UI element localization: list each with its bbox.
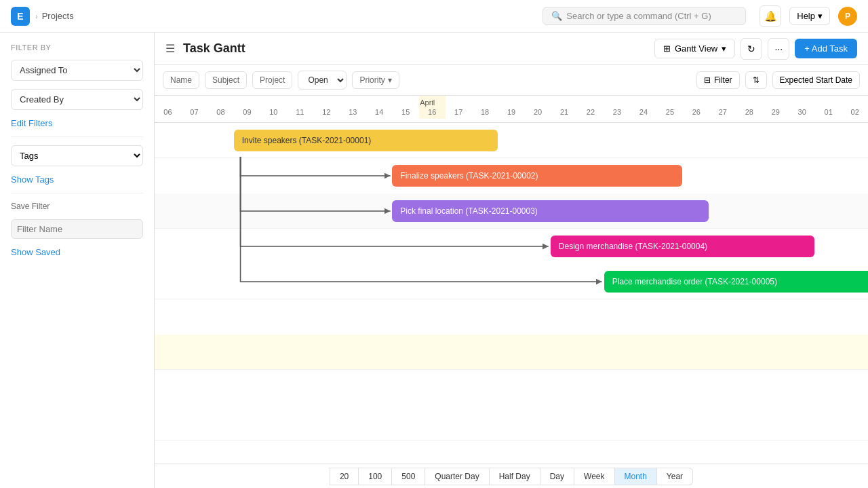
task-bar[interactable]: Finalize speakers (TASK-2021-00002) bbox=[392, 165, 682, 187]
filter-icon: ⊟ bbox=[704, 75, 711, 85]
add-task-button[interactable]: + Add Task bbox=[795, 39, 857, 58]
task-bar[interactable]: Invite speakers (TASK-2021-00001) bbox=[234, 130, 498, 151]
breadcrumb: › Projects bbox=[35, 11, 74, 21]
gantt-day: 30 bbox=[789, 96, 815, 119]
gantt-day: 10 bbox=[260, 96, 287, 119]
gantt-timeline-header: April 0607080910111213141516171819202122… bbox=[155, 96, 868, 123]
expected-start-date-button[interactable]: Expected Start Date bbox=[772, 71, 860, 89]
gantt-container: Name Subject Project Open Priority ▾ bbox=[155, 65, 868, 488]
gantt-rows-container: Invite speakers (TASK-2021-00001)Finaliz… bbox=[155, 123, 868, 464]
topnav: E › Projects 🔍 Search or type a command … bbox=[0, 0, 868, 33]
more-options-button[interactable]: ··· bbox=[768, 38, 789, 60]
help-label: Help bbox=[797, 11, 815, 21]
breadcrumb-chevron: › bbox=[35, 12, 38, 20]
filter-name-input[interactable] bbox=[11, 219, 143, 239]
zoom-button[interactable]: 500 bbox=[392, 468, 425, 485]
created-by-select[interactable]: Created By bbox=[11, 89, 143, 110]
gantt-day: 27 bbox=[709, 96, 736, 119]
subject-field[interactable]: Subject bbox=[205, 71, 247, 89]
sidebar-divider-2 bbox=[11, 193, 143, 193]
zoom-button[interactable]: 20 bbox=[330, 468, 359, 485]
zoom-button[interactable]: 100 bbox=[359, 468, 392, 485]
month-label: April bbox=[420, 98, 435, 107]
sidebar-divider-1 bbox=[11, 136, 143, 137]
topnav-right: 🔔 Help ▾ P bbox=[760, 5, 857, 27]
help-button[interactable]: Help ▾ bbox=[789, 7, 830, 25]
status-select[interactable]: Open bbox=[298, 71, 347, 90]
gantt-bottom-toolbar: 20100500Quarter DayHalf DayDayWeekMonthY… bbox=[155, 464, 868, 488]
name-field[interactable]: Name bbox=[163, 71, 199, 89]
gantt-day: 02 bbox=[842, 96, 868, 119]
gantt-day: 01 bbox=[815, 96, 842, 119]
task-bar[interactable]: Design merchandise (TASK-2021-00004) bbox=[551, 236, 814, 257]
subject-field-label: Subject bbox=[212, 75, 239, 85]
gantt-day: 12 bbox=[313, 96, 340, 119]
zoom-button[interactable]: Half Day bbox=[490, 468, 540, 485]
gantt-day: 08 bbox=[208, 96, 234, 119]
priority-field-label: Priority bbox=[359, 75, 384, 85]
zoom-button[interactable]: Week bbox=[574, 468, 614, 485]
gantt-day: 20 bbox=[525, 96, 551, 119]
task-bars-container: Invite speakers (TASK-2021-00001)Finaliz… bbox=[155, 123, 868, 464]
page-header-right: ⊞ Gantt View ▾ ↻ ··· + Add Task bbox=[654, 38, 857, 60]
page-header: ☰ Task Gantt ⊞ Gantt View ▾ ↻ ··· + Add … bbox=[155, 33, 868, 65]
gantt-day: 09 bbox=[234, 96, 260, 119]
show-tags-link[interactable]: Show Tags bbox=[11, 174, 143, 185]
app-logo[interactable]: E bbox=[11, 7, 30, 26]
zoom-button[interactable]: Quarter Day bbox=[425, 468, 489, 485]
gantt-view-chevron-icon: ▾ bbox=[722, 43, 726, 54]
zoom-button[interactable]: Month bbox=[615, 468, 657, 485]
name-field-label: Name bbox=[170, 75, 192, 85]
search-icon: 🔍 bbox=[551, 11, 562, 21]
refresh-button[interactable]: ↻ bbox=[741, 38, 762, 60]
bell-icon: 🔔 bbox=[764, 10, 777, 22]
assigned-to-select[interactable]: Assigned To bbox=[11, 60, 143, 81]
gantt-day: 22 bbox=[578, 96, 604, 119]
gantt-toolbar-right: ⊟ Filter ⇅ Expected Start Date bbox=[696, 71, 860, 89]
show-saved-link[interactable]: Show Saved bbox=[11, 247, 143, 257]
hamburger-icon[interactable]: ☰ bbox=[165, 42, 175, 55]
filter-label: Filter bbox=[714, 75, 732, 85]
sort-button[interactable]: ⇅ bbox=[745, 71, 767, 89]
gantt-day: 25 bbox=[656, 96, 683, 119]
zoom-button[interactable]: Day bbox=[540, 468, 574, 485]
page-title: Task Gantt bbox=[183, 41, 245, 56]
gantt-day: 24 bbox=[630, 96, 656, 119]
filter-button[interactable]: ⊟ Filter bbox=[696, 71, 740, 89]
expected-date-label: Expected Start Date bbox=[780, 75, 852, 85]
priority-field[interactable]: Priority ▾ bbox=[352, 71, 399, 89]
gantt-day: 21 bbox=[551, 96, 578, 119]
gantt-day: 07 bbox=[181, 96, 208, 119]
gantt-days: 0607080910111213141516171819202122232425… bbox=[155, 96, 868, 119]
breadcrumb-projects[interactable]: Projects bbox=[42, 11, 74, 21]
zoom-group: 20100500Quarter DayHalf DayDayWeekMonthY… bbox=[330, 468, 693, 485]
gantt-day: 18 bbox=[472, 96, 498, 119]
avatar[interactable]: P bbox=[838, 7, 857, 26]
gantt-day: 11 bbox=[287, 96, 313, 119]
gantt-toolbar: Name Subject Project Open Priority ▾ bbox=[155, 65, 868, 96]
tags-select[interactable]: Tags bbox=[11, 145, 143, 166]
project-field[interactable]: Project bbox=[252, 71, 292, 89]
gantt-day: 15 bbox=[393, 96, 419, 119]
edit-filters-link[interactable]: Edit Filters bbox=[11, 118, 143, 128]
help-chevron-icon: ▾ bbox=[818, 11, 823, 21]
notification-button[interactable]: 🔔 bbox=[760, 5, 781, 27]
gantt-day: 13 bbox=[340, 96, 366, 119]
ellipsis-icon: ··· bbox=[774, 43, 783, 54]
gantt-day: 28 bbox=[736, 96, 762, 119]
zoom-button[interactable]: Year bbox=[657, 468, 693, 485]
search-placeholder-text: Search or type a command (Ctrl + G) bbox=[566, 11, 711, 21]
gantt-view-label: Gantt View bbox=[675, 43, 717, 54]
add-task-label: + Add Task bbox=[804, 43, 848, 54]
gantt-day: 17 bbox=[446, 96, 472, 119]
task-bar[interactable]: Place merchandise order (TASK-2021-00005… bbox=[604, 271, 868, 293]
search-bar[interactable]: 🔍 Search or type a command (Ctrl + G) bbox=[542, 7, 746, 25]
sort-icon: ⇅ bbox=[753, 75, 760, 85]
gantt-view-button[interactable]: ⊞ Gantt View ▾ bbox=[654, 39, 735, 58]
priority-chevron-icon: ▾ bbox=[388, 75, 392, 85]
gantt-chart: April 0607080910111213141516171819202122… bbox=[155, 96, 868, 464]
gantt-day: 19 bbox=[498, 96, 525, 119]
task-bar[interactable]: Pick final location (TASK-2021-00003) bbox=[392, 200, 709, 222]
gantt-day: 29 bbox=[762, 96, 789, 119]
gantt-view-icon: ⊞ bbox=[663, 43, 671, 54]
